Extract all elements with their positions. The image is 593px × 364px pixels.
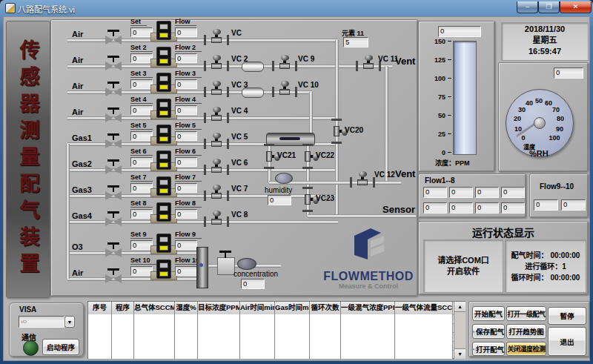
vc-valve-icon[interactable] [295,61,297,71]
vc-valve-icon[interactable] [213,29,221,35]
vc-valve-icon[interactable] [204,139,206,149]
table-cell[interactable] [341,314,395,323]
table-cell[interactable] [240,314,275,323]
program-table[interactable]: 序号程序总气体SCCM湿度%目标浓度PPMAir时间minGas时间min循环次… [87,301,466,359]
table-cell[interactable] [88,332,112,341]
table-cell[interactable] [395,314,453,323]
table-cell[interactable] [134,332,175,341]
table-cell[interactable] [240,350,275,359]
table-cell[interactable] [175,314,198,323]
vc-valve-icon[interactable] [281,55,289,61]
vc-valve-icon[interactable] [334,126,339,136]
vc-valve-icon[interactable] [204,191,206,201]
titlebar[interactable]: 八路配气系统.vi – ❐ ✕ [0,0,593,16]
vc-valve-icon[interactable] [302,187,313,189]
visa-resource-input[interactable]: I/O [19,316,64,328]
vc-valve-icon[interactable] [357,179,368,185]
table-cell[interactable] [240,323,275,332]
table-cell[interactable] [310,341,341,350]
vc-valve-icon[interactable] [331,142,342,144]
table-cell[interactable] [175,323,198,332]
table-cell[interactable] [275,323,310,332]
table-cell[interactable] [134,350,175,359]
start-gas-button[interactable]: 开始配气 [472,306,505,321]
vc-valve-icon[interactable] [204,35,206,45]
table-cell[interactable] [175,332,198,341]
table-cell[interactable] [341,341,395,350]
vc-valve-icon[interactable] [227,191,229,201]
table-cell[interactable] [112,323,134,332]
vc-valve-icon[interactable] [266,151,272,162]
vc-valve-icon[interactable] [295,87,297,97]
vc-valve-icon[interactable] [264,167,274,169]
scroll-down-button[interactable]: ▼ [454,348,466,359]
vc-valve-icon[interactable] [213,211,221,216]
table-scrollbar[interactable]: ▲▼ [454,302,466,358]
set-input[interactable]: 0 [130,27,153,37]
table-cell[interactable] [198,323,240,332]
vc-valve-icon[interactable] [305,151,311,162]
vc-valve-icon[interactable] [302,210,313,212]
vc-valve-icon[interactable] [279,89,290,95]
table-cell[interactable] [275,341,310,350]
vc-valve-icon[interactable] [305,194,311,205]
vc-valve-icon[interactable] [264,144,274,146]
vc-valve-icon[interactable] [279,63,290,69]
element11-input[interactable]: 5 [343,37,368,47]
close-humidity-button[interactable]: 关闭湿度检测 [506,342,546,356]
table-cell[interactable] [198,341,240,350]
table-cell[interactable] [175,350,198,359]
vc-valve-icon[interactable] [213,107,221,113]
vc-valve-icon[interactable] [227,139,229,149]
vc-valve-icon[interactable] [365,55,373,61]
vc-valve-icon[interactable] [359,171,367,177]
vc-valve-icon[interactable] [302,167,313,169]
table-cell[interactable] [240,332,275,341]
vc-valve-icon[interactable] [204,61,206,71]
table-cell[interactable] [112,350,134,359]
set-input[interactable]: 0 [130,53,153,63]
vc-valve-icon[interactable] [213,185,221,191]
save-gas-button[interactable]: 保存配气 [472,324,505,339]
close-button[interactable]: ✕ [560,1,592,13]
set-input[interactable]: 0 [130,131,153,141]
visa-dropdown-button[interactable]: ▼ [64,316,75,328]
table-cell[interactable] [341,332,395,341]
vc-valve-icon[interactable] [227,35,229,45]
table-cell[interactable] [88,350,112,359]
table-cell[interactable] [275,314,310,323]
vc-valve-icon[interactable] [227,61,229,71]
open-primary-gas-button[interactable]: 打开一级配气 [506,306,546,321]
start-program-button[interactable]: 启动程序 [42,339,79,355]
table-cell[interactable] [275,332,310,341]
vc-valve-icon[interactable] [211,37,222,43]
table-cell[interactable] [198,350,240,359]
table-cell[interactable] [395,341,453,350]
table-cell[interactable] [198,314,240,323]
vc-valve-icon[interactable] [211,63,222,69]
vc-valve-icon[interactable] [211,115,222,121]
vc-valve-icon[interactable] [213,133,221,139]
exit-button[interactable]: 退出 [548,327,586,356]
vc-valve-icon[interactable] [227,216,229,227]
table-cell[interactable] [310,323,341,332]
vc-valve-icon[interactable] [204,165,206,175]
vc-valve-icon[interactable] [211,219,222,225]
table-cell[interactable] [395,350,453,359]
table-cell[interactable] [275,350,310,359]
vc-valve-icon[interactable] [350,177,352,188]
vc-valve-icon[interactable] [331,119,342,121]
minimize-button[interactable]: – [517,1,538,13]
vc-valve-icon[interactable] [204,216,206,227]
table-cell[interactable] [112,314,134,323]
vc-valve-icon[interactable] [213,81,221,87]
table-cell[interactable] [341,350,395,359]
vc-valve-icon[interactable] [363,63,374,69]
table-cell[interactable] [88,341,112,350]
table-row[interactable] [88,350,454,360]
table-cell[interactable] [134,323,175,332]
set-input[interactable]: 0 [130,240,153,250]
set-input[interactable]: 0 [130,183,153,193]
maximize-button[interactable]: ❐ [538,1,560,13]
table-cell[interactable] [134,341,175,350]
